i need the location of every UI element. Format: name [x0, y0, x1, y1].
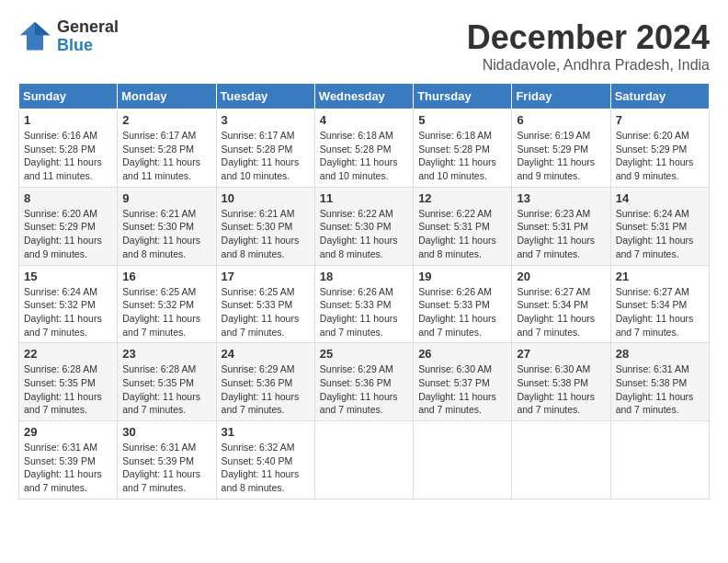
- daylight-label: Daylight: 11 hours and 8 minutes.: [320, 235, 398, 259]
- calendar-cell: 18 Sunrise: 6:26 AM Sunset: 5:33 PM Dayl…: [314, 265, 413, 343]
- sunrise-label: Sunrise: 6:28 AM: [24, 363, 97, 374]
- calendar-cell: 23 Sunrise: 6:28 AM Sunset: 5:35 PM Dayl…: [118, 343, 216, 421]
- calendar-cell: 12 Sunrise: 6:22 AM Sunset: 5:31 PM Dayl…: [414, 187, 512, 265]
- cell-content: Sunrise: 6:16 AM Sunset: 5:28 PM Dayligh…: [24, 129, 112, 183]
- sunset-label: Sunset: 5:34 PM: [616, 299, 688, 310]
- calendar-cell: 16 Sunrise: 6:25 AM Sunset: 5:32 PM Dayl…: [118, 265, 216, 343]
- sunset-label: Sunset: 5:31 PM: [418, 221, 490, 232]
- svg-marker-1: [35, 22, 50, 35]
- calendar-cell: 19 Sunrise: 6:26 AM Sunset: 5:33 PM Dayl…: [414, 265, 512, 343]
- cell-content: Sunrise: 6:21 AM Sunset: 5:30 PM Dayligh…: [122, 207, 210, 261]
- day-number: 9: [122, 191, 210, 205]
- daylight-label: Daylight: 11 hours and 7 minutes.: [122, 391, 200, 416]
- calendar-cell: 1 Sunrise: 6:16 AM Sunset: 5:28 PM Dayli…: [19, 109, 118, 188]
- cell-content: Sunrise: 6:17 AM Sunset: 5:28 PM Dayligh…: [122, 129, 210, 183]
- daylight-label: Daylight: 11 hours and 7 minutes.: [222, 313, 300, 338]
- calendar-cell: 30 Sunrise: 6:31 AM Sunset: 5:39 PM Dayl…: [118, 421, 216, 500]
- sunrise-label: Sunrise: 6:30 AM: [418, 363, 492, 374]
- sunrise-label: Sunrise: 6:17 AM: [222, 130, 295, 141]
- calendar-cell: 27 Sunrise: 6:30 AM Sunset: 5:38 PM Dayl…: [512, 343, 610, 421]
- sunset-label: Sunset: 5:30 PM: [320, 221, 392, 232]
- daylight-label: Daylight: 11 hours and 7 minutes.: [616, 313, 694, 338]
- calendar-cell: [512, 421, 610, 500]
- location-title: Nidadavole, Andhra Pradesh, India: [467, 57, 710, 74]
- day-number: 30: [122, 425, 210, 439]
- cell-content: Sunrise: 6:28 AM Sunset: 5:35 PM Dayligh…: [24, 362, 112, 417]
- day-number: 31: [222, 425, 310, 439]
- sunrise-label: Sunrise: 6:26 AM: [320, 286, 393, 297]
- day-number: 16: [122, 270, 210, 283]
- sunrise-label: Sunrise: 6:22 AM: [418, 208, 492, 219]
- calendar-header-row: SundayMondayTuesdayWednesdayThursdayFrid…: [19, 84, 710, 109]
- sunset-label: Sunset: 5:38 PM: [616, 377, 688, 388]
- sunrise-label: Sunrise: 6:31 AM: [122, 442, 196, 453]
- calendar-week-3: 15 Sunrise: 6:24 AM Sunset: 5:32 PM Dayl…: [19, 265, 710, 343]
- daylight-label: Daylight: 11 hours and 7 minutes.: [320, 391, 398, 416]
- day-number: 26: [418, 347, 506, 361]
- day-number: 11: [320, 191, 408, 205]
- daylight-label: Daylight: 11 hours and 7 minutes.: [24, 468, 102, 493]
- sunrise-label: Sunrise: 6:21 AM: [222, 208, 295, 219]
- sunrise-label: Sunrise: 6:27 AM: [616, 286, 689, 297]
- cell-content: Sunrise: 6:28 AM Sunset: 5:35 PM Dayligh…: [122, 362, 210, 417]
- daylight-label: Daylight: 11 hours and 7 minutes.: [418, 313, 496, 338]
- daylight-label: Daylight: 11 hours and 9 minutes.: [616, 156, 694, 181]
- sunset-label: Sunset: 5:29 PM: [517, 144, 588, 155]
- header-day-friday: Friday: [512, 84, 610, 109]
- cell-content: Sunrise: 6:20 AM Sunset: 5:29 PM Dayligh…: [616, 129, 704, 183]
- sunset-label: Sunset: 5:29 PM: [24, 221, 96, 232]
- cell-content: Sunrise: 6:18 AM Sunset: 5:28 PM Dayligh…: [418, 129, 506, 183]
- sunset-label: Sunset: 5:30 PM: [122, 221, 194, 232]
- sunrise-label: Sunrise: 6:31 AM: [616, 363, 689, 374]
- calendar-week-2: 8 Sunrise: 6:20 AM Sunset: 5:29 PM Dayli…: [19, 187, 710, 265]
- calendar-cell: 11 Sunrise: 6:22 AM Sunset: 5:30 PM Dayl…: [314, 187, 413, 265]
- daylight-label: Daylight: 11 hours and 7 minutes.: [517, 313, 595, 338]
- calendar-cell: [314, 421, 413, 500]
- day-number: 14: [616, 191, 704, 205]
- header-day-wednesday: Wednesday: [314, 84, 413, 109]
- calendar-cell: 25 Sunrise: 6:29 AM Sunset: 5:36 PM Dayl…: [314, 343, 413, 421]
- logo: General Blue: [18, 18, 119, 55]
- daylight-label: Daylight: 11 hours and 7 minutes.: [616, 391, 694, 416]
- calendar-week-4: 22 Sunrise: 6:28 AM Sunset: 5:35 PM Dayl…: [19, 343, 710, 421]
- calendar-week-5: 29 Sunrise: 6:31 AM Sunset: 5:39 PM Dayl…: [19, 421, 710, 500]
- logo-blue-text: Blue: [57, 37, 119, 55]
- calendar-cell: 21 Sunrise: 6:27 AM Sunset: 5:34 PM Dayl…: [610, 265, 709, 343]
- sunrise-label: Sunrise: 6:21 AM: [122, 208, 196, 219]
- cell-content: Sunrise: 6:31 AM Sunset: 5:38 PM Dayligh…: [616, 362, 704, 417]
- cell-content: Sunrise: 6:32 AM Sunset: 5:40 PM Dayligh…: [222, 441, 310, 495]
- sunrise-label: Sunrise: 6:23 AM: [517, 208, 590, 219]
- cell-content: Sunrise: 6:20 AM Sunset: 5:29 PM Dayligh…: [24, 207, 112, 261]
- sunrise-label: Sunrise: 6:22 AM: [320, 208, 393, 219]
- sunrise-label: Sunrise: 6:16 AM: [24, 130, 97, 141]
- sunrise-label: Sunrise: 6:18 AM: [320, 130, 393, 141]
- calendar-cell: 4 Sunrise: 6:18 AM Sunset: 5:28 PM Dayli…: [314, 109, 413, 188]
- day-number: 23: [122, 347, 210, 361]
- cell-content: Sunrise: 6:21 AM Sunset: 5:30 PM Dayligh…: [222, 207, 310, 261]
- daylight-label: Daylight: 11 hours and 11 minutes.: [122, 156, 200, 181]
- cell-content: Sunrise: 6:22 AM Sunset: 5:30 PM Dayligh…: [320, 207, 408, 261]
- sunrise-label: Sunrise: 6:29 AM: [222, 363, 295, 374]
- day-number: 7: [616, 113, 704, 127]
- calendar-cell: 7 Sunrise: 6:20 AM Sunset: 5:29 PM Dayli…: [610, 109, 709, 188]
- calendar-cell: 13 Sunrise: 6:23 AM Sunset: 5:31 PM Dayl…: [512, 187, 610, 265]
- header-day-sunday: Sunday: [19, 84, 118, 109]
- logo-general-text: General: [57, 18, 119, 37]
- sunrise-label: Sunrise: 6:24 AM: [24, 286, 97, 297]
- calendar-cell: 24 Sunrise: 6:29 AM Sunset: 5:36 PM Dayl…: [216, 343, 314, 421]
- calendar-table: SundayMondayTuesdayWednesdayThursdayFrid…: [18, 83, 710, 500]
- sunset-label: Sunset: 5:39 PM: [122, 455, 194, 466]
- day-number: 17: [222, 270, 310, 283]
- sunset-label: Sunset: 5:28 PM: [122, 144, 194, 155]
- page-header: General Blue December 2024 Nidadavole, A…: [18, 18, 710, 74]
- day-number: 24: [222, 347, 310, 361]
- sunset-label: Sunset: 5:28 PM: [320, 144, 392, 155]
- sunset-label: Sunset: 5:35 PM: [24, 377, 96, 388]
- cell-content: Sunrise: 6:29 AM Sunset: 5:36 PM Dayligh…: [320, 362, 408, 417]
- sunset-label: Sunset: 5:38 PM: [517, 377, 588, 388]
- calendar-cell: 9 Sunrise: 6:21 AM Sunset: 5:30 PM Dayli…: [118, 187, 216, 265]
- cell-content: Sunrise: 6:24 AM Sunset: 5:31 PM Dayligh…: [616, 207, 704, 261]
- sunset-label: Sunset: 5:32 PM: [122, 299, 194, 310]
- sunset-label: Sunset: 5:33 PM: [320, 299, 392, 310]
- sunrise-label: Sunrise: 6:26 AM: [418, 286, 492, 297]
